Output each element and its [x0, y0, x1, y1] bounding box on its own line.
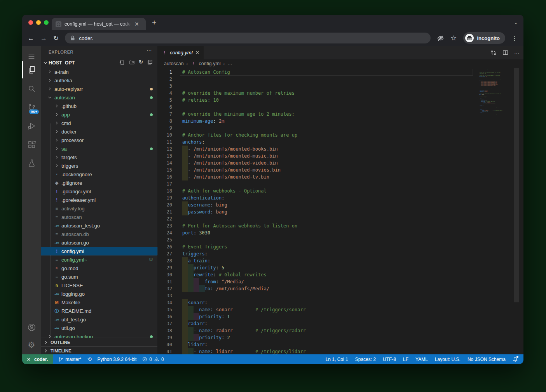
tree-folder-triggers[interactable]: triggers — [41, 161, 157, 170]
open-changes-icon[interactable] — [490, 50, 497, 56]
sidebar-more-icon[interactable]: ⋯ — [147, 47, 152, 54]
editor-zone: ! config.yml ✕ ⋯ autoscan›!config.yml›… … — [157, 46, 523, 354]
close-window-button[interactable] — [28, 20, 33, 25]
minimize-window-button[interactable] — [36, 20, 41, 25]
refresh-icon[interactable]: ↻ — [139, 59, 143, 66]
tree-folder-docker[interactable]: docker — [41, 127, 157, 136]
breadcrumb-item[interactable]: config.yml — [199, 61, 220, 66]
testing-icon[interactable] — [22, 154, 41, 172]
outline-section[interactable]: OUTLINE — [41, 338, 157, 347]
eye-off-icon[interactable] — [437, 35, 444, 42]
tree-file-go-sum[interactable]: ≡go.sum — [41, 272, 157, 281]
tree-folder-processor[interactable]: processor — [41, 136, 157, 144]
tree-file-util-go[interactable]: -∞util.go — [41, 324, 157, 332]
tree-file-autoscan[interactable]: ≡autoscan — [41, 213, 157, 221]
tree-file--dockerignore[interactable]: ◖.dockerignore — [41, 170, 157, 179]
tree-file-activity-log[interactable]: ≡activity.log — [41, 204, 157, 213]
tree-folder-auto-replyarr[interactable]: auto-replyarr — [41, 85, 157, 93]
back-button[interactable]: ← — [28, 35, 34, 42]
breadcrumb-item[interactable]: … — [227, 61, 232, 66]
chevron-right-icon — [43, 340, 49, 345]
settings-icon[interactable]: ⚙ — [22, 336, 41, 353]
tree-file--gitignore[interactable]: ◆.gitignore — [41, 179, 157, 187]
address-bar[interactable]: coder. — [65, 33, 431, 43]
git-branch-item[interactable]: master* — [58, 357, 81, 362]
browser-tab[interactable]: config.yml — host_opt — code ✕ — [52, 18, 146, 30]
reload-button[interactable]: ↻ — [53, 35, 59, 42]
tree-file-util-test-go[interactable]: -∞util_test.go — [41, 315, 157, 324]
status-item-lf[interactable]: LF — [403, 357, 408, 362]
code-line: 9 — [157, 125, 523, 132]
tree-file-autoscan-test-go[interactable]: -∞autoscan_test.go — [41, 221, 157, 230]
workspace-name: HOST_OPT — [49, 60, 75, 66]
tree-folder-autoscan[interactable]: autoscan — [41, 93, 157, 102]
tree-file-autoscan-db[interactable]: ≡autoscan.db — [41, 230, 157, 238]
source-control-icon[interactable]: 9K+ — [22, 99, 41, 116]
bookmark-star-icon[interactable]: ☆ — [450, 35, 457, 42]
breadcrumb-item[interactable]: autoscan — [164, 61, 184, 66]
tree-file--golangci-yml[interactable]: !.golangci.yml — [41, 187, 157, 196]
editor-tab-config-yml[interactable]: ! config.yml ✕ — [157, 46, 204, 59]
tree-folder-authelia[interactable]: authelia — [41, 76, 157, 85]
code-editor[interactable]: 1# Autoscan Config234# override the maxi… — [157, 68, 523, 354]
tree-folder--github[interactable]: .github — [41, 102, 157, 110]
tree-folder-a-train[interactable]: a-train — [41, 68, 157, 76]
git-sync-button[interactable]: ⟲ — [87, 356, 92, 362]
tree-folder-targets[interactable]: targets — [41, 153, 157, 161]
problems-item[interactable]: 0 0 — [142, 357, 164, 362]
tree-folder-cmd[interactable]: cmd — [41, 119, 157, 127]
status-item-spaces-2[interactable]: Spaces: 2 — [355, 357, 376, 362]
timeline-section[interactable]: TIMELINE — [41, 346, 157, 354]
tree-folder-app[interactable]: app — [41, 110, 157, 119]
new-file-icon[interactable] — [119, 59, 125, 66]
collapse-all-icon[interactable] — [147, 59, 153, 66]
tab-search-chevron-icon[interactable]: ⌄ — [514, 19, 518, 25]
tree-folder-sa[interactable]: sa — [41, 144, 157, 153]
incognito-badge[interactable]: Incognito — [463, 32, 506, 44]
workspace-section-header[interactable]: HOST_OPT ↻ — [41, 58, 157, 68]
line-number: 33 — [157, 292, 172, 299]
run-debug-icon[interactable] — [22, 117, 41, 134]
forward-button[interactable]: → — [40, 35, 47, 42]
tree-item-label: .github — [61, 103, 77, 109]
tree-item-label: sa — [61, 146, 67, 152]
status-item-ln-1-col-1[interactable]: Ln 1, Col 1 — [326, 357, 348, 362]
tree-file-license[interactable]: §LICENSE — [41, 281, 157, 290]
code-line: 8minimum-age: 2m — [157, 118, 523, 125]
more-actions-icon[interactable]: ⋯ — [514, 50, 520, 56]
status-item-layout-u-s-[interactable]: Layout: U.S. — [435, 357, 461, 362]
tree-file-readme-md[interactable]: ⓘREADME.md — [41, 307, 157, 315]
extensions-icon[interactable] — [22, 136, 41, 153]
editor-tab-close-icon[interactable]: ✕ — [195, 50, 200, 56]
status-item-utf-8[interactable]: UTF-8 — [383, 357, 396, 362]
explorer-icon[interactable] — [22, 61, 41, 78]
browser-menu-icon[interactable]: ⋮ — [511, 35, 518, 42]
browser-tabstrip: config.yml — host_opt — code ✕ + ⌄ — [22, 15, 523, 30]
tree-file-config-yml[interactable]: !config.yml — [41, 247, 157, 255]
code-line: 40 lidarr: — [157, 341, 523, 348]
tree-file--goreleaser-yml[interactable]: !.goreleaser.yml — [41, 196, 157, 204]
zoom-window-button[interactable] — [44, 20, 49, 25]
tree-file-config-yml-[interactable]: ≡config.yml~U — [41, 255, 157, 264]
warning-icon — [154, 357, 159, 362]
remote-indicator[interactable]: coder. — [22, 354, 53, 364]
status-item-yaml[interactable]: YAML — [415, 357, 428, 362]
python-interpreter-item[interactable]: Python 3.9.2 64-bit — [98, 357, 137, 362]
minimap[interactable]: # Autoscan Config# override the maximum … — [479, 69, 514, 115]
account-icon[interactable] — [22, 319, 41, 336]
tree-file-makefile[interactable]: MMakefile — [41, 298, 157, 307]
notifications-bell-icon[interactable] — [513, 357, 518, 362]
status-item-no-json-schema[interactable]: No JSON Schema — [468, 357, 506, 362]
tree-file-autoscan-go[interactable]: -∞autoscan.go — [41, 238, 157, 247]
split-editor-icon[interactable] — [502, 50, 508, 56]
new-folder-icon[interactable] — [129, 59, 135, 66]
docker-whale-icon: ◖ — [54, 172, 59, 176]
tree-file-go-mod[interactable]: ≈go.mod — [41, 264, 157, 272]
code-line: 10# Anchor files for checking mounts are… — [157, 132, 523, 139]
code-line: 23# Port for Autoscan webhooks to listen… — [157, 222, 523, 229]
editor-scrollbar[interactable] — [514, 68, 519, 302]
search-icon[interactable] — [22, 80, 41, 97]
tab-close-icon[interactable]: ✕ — [134, 21, 139, 27]
tree-file-logging-go[interactable]: -∞logging.go — [41, 290, 157, 298]
new-tab-button[interactable]: + — [152, 18, 157, 27]
